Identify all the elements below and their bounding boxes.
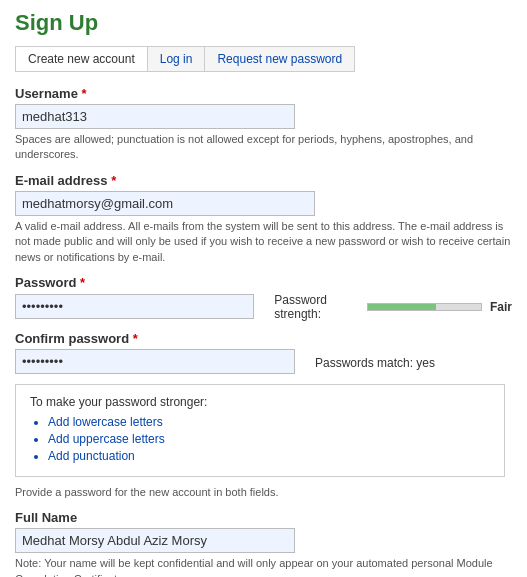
full-name-hint: Note: Your name will be kept confidentia…: [15, 556, 512, 577]
confirm-password-row: Passwords match: yes: [15, 349, 512, 374]
full-name-field-group: Full Name Note: Your name will be kept c…: [15, 510, 512, 577]
password-tips-header: To make your password stronger:: [30, 395, 490, 409]
password-required: *: [80, 275, 85, 290]
username-label: Username *: [15, 86, 512, 101]
tip-punctuation[interactable]: Add punctuation: [48, 449, 490, 463]
password-tips-list: Add lowercase letters Add uppercase lett…: [48, 415, 490, 463]
strength-label: Password strength:: [274, 293, 358, 321]
password-label: Password *: [15, 275, 512, 290]
tip-uppercase[interactable]: Add uppercase letters: [48, 432, 490, 446]
password-tips-box: To make your password stronger: Add lowe…: [15, 384, 505, 477]
passwords-match-text: Passwords match: yes: [315, 356, 435, 370]
username-field-group: Username * Spaces are allowed; punctuati…: [15, 86, 512, 163]
page-title: Sign Up: [15, 10, 512, 36]
username-required: *: [82, 86, 87, 101]
password-input[interactable]: [15, 294, 254, 319]
password-field-group: Password * Password strength: Fair: [15, 275, 512, 321]
strength-bar-fill: [368, 304, 436, 310]
username-hint: Spaces are allowed; punctuation is not a…: [15, 132, 512, 163]
tip-lowercase[interactable]: Add lowercase letters: [48, 415, 490, 429]
confirm-password-input[interactable]: [15, 349, 295, 374]
password-row: Password strength: Fair: [15, 293, 512, 321]
strength-bar-background: [367, 303, 482, 311]
password-strength: Password strength: Fair: [274, 293, 512, 321]
confirm-password-field-group: Confirm password * Passwords match: yes: [15, 331, 512, 374]
strength-value: Fair: [490, 300, 512, 314]
email-input[interactable]: [15, 191, 315, 216]
full-name-label: Full Name: [15, 510, 512, 525]
email-hint: A valid e-mail address. All e-mails from…: [15, 219, 512, 265]
email-field-group: E-mail address * A valid e-mail address.…: [15, 173, 512, 265]
email-label: E-mail address *: [15, 173, 512, 188]
email-required: *: [111, 173, 116, 188]
full-name-input[interactable]: [15, 528, 295, 553]
tab-login[interactable]: Log in: [148, 47, 206, 71]
username-input[interactable]: [15, 104, 295, 129]
tab-request-password[interactable]: Request new password: [205, 47, 354, 71]
confirm-password-required: *: [133, 331, 138, 346]
confirm-password-label: Confirm password *: [15, 331, 512, 346]
tab-create-account[interactable]: Create new account: [16, 47, 148, 71]
tabs-container: Create new account Log in Request new pa…: [15, 46, 355, 72]
password-fields-hint: Provide a password for the new account i…: [15, 485, 512, 500]
